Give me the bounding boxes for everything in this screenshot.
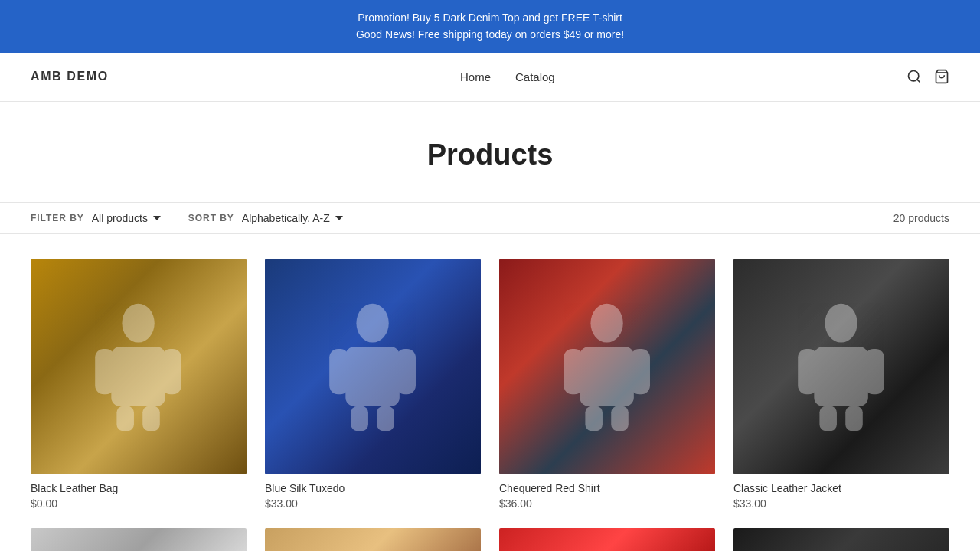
- svg-rect-6: [162, 349, 181, 394]
- svg-rect-12: [397, 349, 416, 394]
- product-name: Classic Leather Jacket: [733, 482, 949, 494]
- promo-line2: Good News! Free shipping today on orders…: [12, 26, 968, 43]
- product-name: Chequered Red Shirt: [499, 482, 715, 494]
- cart-button[interactable]: [934, 69, 949, 84]
- product-card[interactable]: Evening Red Dress $38.00: [499, 528, 715, 551]
- svg-point-3: [122, 304, 155, 343]
- product-image: [499, 259, 715, 474]
- svg-rect-19: [586, 406, 603, 431]
- svg-rect-11: [330, 349, 349, 394]
- svg-point-0: [909, 71, 919, 81]
- sort-by-select[interactable]: Alphabetically, A-Z Alphabetically, Z-A …: [242, 212, 346, 224]
- search-icon: [906, 69, 922, 84]
- product-image: [499, 528, 715, 551]
- svg-point-15: [591, 304, 623, 343]
- product-price: $36.00: [499, 497, 715, 510]
- cart-icon: [934, 69, 949, 84]
- header-actions: [906, 69, 949, 84]
- product-price: $33.00: [733, 497, 949, 510]
- svg-rect-26: [846, 406, 864, 431]
- svg-point-21: [825, 304, 858, 343]
- site-logo[interactable]: AMB DEMO: [31, 70, 109, 83]
- product-card[interactable]: Black Leather Bag $0.00: [31, 259, 247, 510]
- svg-rect-5: [96, 349, 115, 394]
- product-image: [31, 528, 247, 551]
- nav-catalog[interactable]: Catalog: [515, 70, 555, 83]
- page-title-section: Products: [0, 102, 980, 202]
- sort-by-label: SORT BY: [188, 213, 234, 223]
- product-card[interactable]: College Varsity Jacket $29.00: [31, 528, 247, 551]
- svg-rect-25: [820, 406, 838, 431]
- svg-point-9: [357, 304, 389, 343]
- svg-rect-20: [612, 406, 629, 431]
- promo-line1: Promotion! Buy 5 Dark Denim Top and get …: [12, 9, 968, 26]
- product-image: [733, 259, 949, 474]
- svg-rect-24: [865, 349, 884, 394]
- product-name: Black Leather Bag: [31, 482, 247, 494]
- product-card[interactable]: Desert Maxi Dress $42.00: [265, 528, 481, 551]
- product-card[interactable]: Dark Denim Top $27.00: [733, 528, 949, 551]
- svg-rect-10: [346, 347, 400, 406]
- search-button[interactable]: [906, 69, 922, 84]
- product-image: [265, 259, 481, 474]
- product-count: 20 products: [893, 212, 949, 224]
- product-silhouette: [776, 302, 906, 431]
- promo-banner: Promotion! Buy 5 Dark Denim Top and get …: [0, 0, 980, 53]
- svg-rect-22: [815, 347, 868, 406]
- nav-home[interactable]: Home: [460, 70, 491, 83]
- product-silhouette: [308, 302, 437, 431]
- main-nav: Home Catalog: [460, 70, 555, 83]
- svg-rect-4: [112, 347, 165, 406]
- svg-rect-23: [799, 349, 818, 394]
- svg-rect-16: [580, 347, 634, 406]
- filter-by-select[interactable]: All products T-shirts Jackets Bags: [92, 212, 164, 224]
- product-price: $0.00: [31, 497, 247, 510]
- header: AMB DEMO Home Catalog: [0, 53, 980, 102]
- product-silhouette: [542, 302, 671, 431]
- product-image: [31, 259, 247, 474]
- svg-rect-18: [631, 349, 650, 394]
- product-image: [733, 528, 949, 551]
- product-card[interactable]: Blue Silk Tuxedo $33.00: [265, 259, 481, 510]
- product-name: Blue Silk Tuxedo: [265, 482, 481, 494]
- svg-rect-8: [143, 406, 161, 431]
- page-title: Products: [15, 139, 965, 171]
- svg-rect-13: [351, 406, 369, 431]
- svg-rect-17: [564, 349, 583, 394]
- product-silhouette: [74, 302, 203, 431]
- product-price: $33.00: [265, 497, 481, 510]
- svg-rect-7: [117, 406, 135, 431]
- filter-bar: FILTER BY All products T-shirts Jackets …: [0, 202, 980, 234]
- filter-by-label: FILTER BY: [31, 213, 84, 223]
- svg-rect-14: [377, 406, 395, 431]
- product-image: [265, 528, 481, 551]
- svg-line-1: [917, 80, 920, 83]
- products-grid: Black Leather Bag $0.00 Blue Silk Tuxedo…: [0, 234, 980, 551]
- product-card[interactable]: Chequered Red Shirt $36.00: [499, 259, 715, 510]
- product-card[interactable]: Classic Leather Jacket $33.00: [733, 259, 949, 510]
